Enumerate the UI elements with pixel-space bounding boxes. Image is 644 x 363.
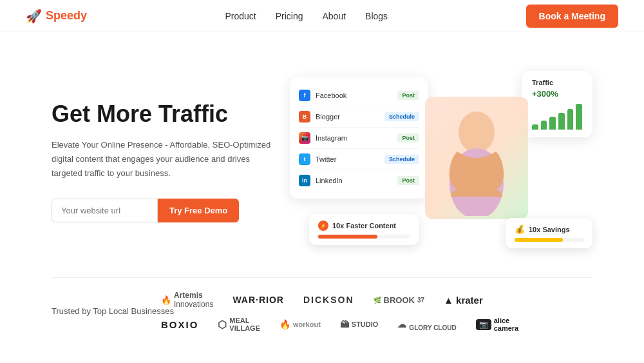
logos-row-1: 🔥 ArtemisInnovations WAR·RIOR DICKSON 🌿 … xyxy=(161,291,592,309)
logo-artemis: 🔥 ArtemisInnovations xyxy=(161,291,213,309)
logos-grid: 🔥 ArtemisInnovations WAR·RIOR DICKSON 🌿 … xyxy=(161,291,592,332)
traffic-label: Traffic xyxy=(532,79,582,86)
hero-subtitle: Elevate Your Online Presence - Affordabl… xyxy=(52,138,277,181)
logo-icon: 🚀 xyxy=(26,8,42,24)
linkedin-tag: Post xyxy=(397,176,419,185)
nav-pricing[interactable]: Pricing xyxy=(276,11,303,21)
logo-krater: ▲ krater xyxy=(444,295,483,306)
traffic-chart xyxy=(532,104,582,130)
social-row-instagram: 📷 Instagram Post xyxy=(299,128,419,149)
logo-glorycloud: ☁GLORY CLOUD xyxy=(397,317,456,331)
person-svg xyxy=(438,100,515,216)
navbar: 🚀 Speedy Product Pricing About Blogs Boo… xyxy=(0,0,644,32)
hero-left: Get More Traffic Elevate Your Online Pre… xyxy=(52,100,277,222)
faster-label: ⚡ 10x Faster Content xyxy=(318,221,410,231)
twitter-icon: t xyxy=(299,153,310,165)
logo-warrior: WAR·RIOR xyxy=(232,295,284,305)
brand-name: Speedy xyxy=(46,9,87,23)
hero-section: Get More Traffic Elevate Your Online Pre… xyxy=(0,32,644,277)
social-row-linkedin: in LinkedIn Post xyxy=(299,170,419,191)
book-meeting-button[interactable]: Book a Meeting xyxy=(526,5,618,28)
social-panel: f Facebook Post B Blogger Schedule 📷 Ins… xyxy=(290,77,428,199)
facebook-label: Facebook xyxy=(316,92,392,99)
twitter-label: Twitter xyxy=(316,155,379,163)
instagram-icon: 📷 xyxy=(299,132,310,144)
facebook-tag: Post xyxy=(397,91,419,100)
blogger-tag: Schedule xyxy=(384,112,419,121)
traffic-bar-1 xyxy=(532,124,538,130)
hero-input-row: Try Free Demo xyxy=(52,199,277,222)
blogger-icon: B xyxy=(299,111,310,123)
traffic-bar-3 xyxy=(549,117,556,130)
logos-row-2: BOXIO ⬡ MEALVILLAGE 🔥workout 🏔STUDIO ☁GL… xyxy=(161,317,592,332)
instagram-label: Instagram xyxy=(316,134,392,142)
traffic-bar-6 xyxy=(576,104,582,130)
faster-bar-bg xyxy=(318,235,410,239)
traffic-percent: +300% xyxy=(532,89,582,99)
savings-bar-bg xyxy=(515,238,583,242)
nav-links: Product Pricing About Blogs xyxy=(225,11,388,21)
social-row-facebook: f Facebook Post xyxy=(299,85,419,106)
linkedin-icon: in xyxy=(299,175,310,186)
nav-about[interactable]: About xyxy=(322,11,346,21)
blogger-label: Blogger xyxy=(316,113,379,121)
logo-alicecamera: 📷 alicecamera xyxy=(476,317,519,332)
nav-blogs[interactable]: Blogs xyxy=(365,11,388,21)
social-row-twitter: t Twitter Schedule xyxy=(299,149,419,170)
social-row-blogger: B Blogger Schedule xyxy=(299,106,419,128)
savings-label: 💰 10x Savings xyxy=(515,224,583,234)
faster-dot-icon: ⚡ xyxy=(318,221,328,231)
faster-content-badge: ⚡ 10x Faster Content xyxy=(309,214,419,245)
hero-dashboard: f Facebook Post B Blogger Schedule 📷 Ins… xyxy=(283,64,592,258)
linkedin-label: LinkedIn xyxy=(316,177,392,184)
savings-badge: 💰 10x Savings xyxy=(506,218,592,248)
try-free-demo-button[interactable]: Try Free Demo xyxy=(158,199,239,222)
logo-mealvillage: ⬡ MEALVILLAGE xyxy=(218,317,260,332)
nav-product[interactable]: Product xyxy=(225,11,256,21)
traffic-bar-2 xyxy=(541,121,547,130)
svg-point-2 xyxy=(464,117,489,145)
traffic-bar-4 xyxy=(558,113,565,130)
traffic-bar-5 xyxy=(567,109,574,130)
savings-bar-fill xyxy=(515,238,563,242)
logo[interactable]: 🚀 Speedy xyxy=(26,8,87,24)
faster-bar-fill xyxy=(318,235,377,239)
traffic-card: Traffic +300% xyxy=(522,71,592,137)
logo-brook37: 🌿 BROOK37 xyxy=(374,295,425,305)
facebook-icon: f xyxy=(299,90,310,101)
hero-title: Get More Traffic xyxy=(52,100,277,128)
logo-studio: 🏔STUDIO xyxy=(340,319,379,329)
logo-boxio: BOXIO xyxy=(161,319,198,330)
trusted-label: Trusted by Top Local Businesses xyxy=(52,305,129,318)
logo-workout: 🔥workout xyxy=(279,319,321,329)
website-url-input[interactable] xyxy=(52,199,158,222)
savings-icon: 💰 xyxy=(515,224,525,234)
logo-dickson: DICKSON xyxy=(303,295,354,305)
instagram-tag: Post xyxy=(397,133,419,142)
twitter-tag: Schedule xyxy=(384,155,419,164)
logos-section: Trusted by Top Local Businesses 🔥 Artemi… xyxy=(0,278,644,345)
hero-person-image xyxy=(425,97,528,219)
